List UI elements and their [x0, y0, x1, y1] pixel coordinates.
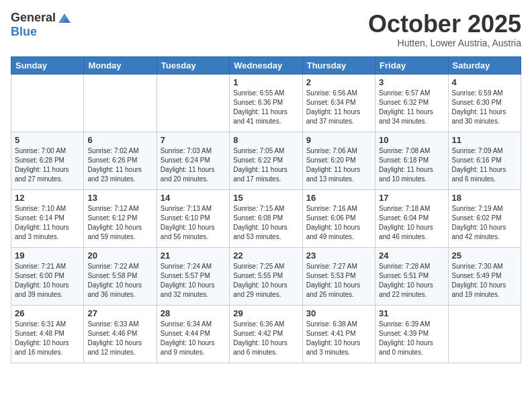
day-info: Sunrise: 7:18 AM Sunset: 6:04 PM Dayligh…: [379, 204, 444, 242]
calendar-cell: 5Sunrise: 7:00 AM Sunset: 6:28 PM Daylig…: [11, 132, 84, 189]
day-number: 12: [15, 193, 80, 203]
logo-general-text: General: [11, 11, 56, 25]
day-number: 18: [452, 193, 517, 203]
page-header: General Blue October 2025 Hutten, Lower …: [11, 11, 521, 48]
day-number: 8: [233, 135, 298, 145]
day-info: Sunrise: 7:09 AM Sunset: 6:16 PM Dayligh…: [452, 146, 517, 184]
calendar-cell: 4Sunrise: 6:59 AM Sunset: 6:30 PM Daylig…: [448, 74, 521, 132]
day-info: Sunrise: 7:10 AM Sunset: 6:14 PM Dayligh…: [15, 204, 80, 242]
day-info: Sunrise: 6:38 AM Sunset: 4:41 PM Dayligh…: [306, 320, 371, 357]
calendar-cell: 22Sunrise: 7:25 AM Sunset: 5:55 PM Dayli…: [230, 247, 302, 305]
day-number: 11: [452, 135, 517, 145]
day-number: 22: [233, 250, 298, 261]
day-number: 17: [379, 193, 444, 203]
calendar-cell: 7Sunrise: 7:03 AM Sunset: 6:24 PM Daylig…: [157, 132, 229, 189]
col-header-monday: Monday: [84, 56, 157, 74]
calendar-cell: 6Sunrise: 7:02 AM Sunset: 6:26 PM Daylig…: [84, 132, 157, 189]
day-number: 13: [87, 193, 152, 203]
calendar-cell: 9Sunrise: 7:06 AM Sunset: 6:20 PM Daylig…: [302, 132, 375, 189]
calendar-cell: 24Sunrise: 7:28 AM Sunset: 5:51 PM Dayli…: [375, 247, 448, 305]
day-number: 16: [306, 193, 371, 203]
day-info: Sunrise: 7:22 AM Sunset: 5:58 PM Dayligh…: [87, 262, 152, 300]
day-number: 25: [452, 250, 517, 261]
calendar-week-row: 1Sunrise: 6:55 AM Sunset: 6:36 PM Daylig…: [11, 74, 521, 132]
logo-blue-text: Blue: [11, 26, 72, 39]
calendar-cell: [448, 305, 521, 363]
col-header-saturday: Saturday: [448, 56, 521, 74]
day-info: Sunrise: 7:03 AM Sunset: 6:24 PM Dayligh…: [161, 146, 226, 184]
calendar-cell: 21Sunrise: 7:24 AM Sunset: 5:57 PM Dayli…: [157, 247, 229, 305]
day-number: 7: [161, 135, 226, 145]
day-info: Sunrise: 6:59 AM Sunset: 6:30 PM Dayligh…: [452, 89, 517, 126]
calendar-cell: 14Sunrise: 7:13 AM Sunset: 6:10 PM Dayli…: [157, 189, 229, 247]
day-info: Sunrise: 7:28 AM Sunset: 5:51 PM Dayligh…: [379, 262, 444, 300]
calendar-week-row: 5Sunrise: 7:00 AM Sunset: 6:28 PM Daylig…: [11, 132, 521, 189]
day-info: Sunrise: 7:30 AM Sunset: 5:49 PM Dayligh…: [452, 262, 517, 300]
day-number: 10: [379, 135, 444, 145]
day-number: 15: [233, 193, 298, 203]
calendar-cell: 23Sunrise: 7:27 AM Sunset: 5:53 PM Dayli…: [302, 247, 375, 305]
day-info: Sunrise: 7:24 AM Sunset: 5:57 PM Dayligh…: [161, 262, 226, 300]
day-info: Sunrise: 6:56 AM Sunset: 6:34 PM Dayligh…: [306, 89, 371, 126]
day-number: 27: [87, 308, 152, 318]
day-info: Sunrise: 7:27 AM Sunset: 5:53 PM Dayligh…: [306, 262, 371, 300]
day-info: Sunrise: 7:15 AM Sunset: 6:08 PM Dayligh…: [233, 204, 298, 242]
col-header-friday: Friday: [375, 56, 448, 74]
calendar-cell: 12Sunrise: 7:10 AM Sunset: 6:14 PM Dayli…: [11, 189, 84, 247]
day-info: Sunrise: 6:57 AM Sunset: 6:32 PM Dayligh…: [379, 89, 444, 126]
calendar-cell: 27Sunrise: 6:33 AM Sunset: 4:46 PM Dayli…: [84, 305, 157, 363]
calendar-cell: [84, 74, 157, 132]
day-number: 28: [161, 308, 226, 318]
calendar-cell: 10Sunrise: 7:08 AM Sunset: 6:18 PM Dayli…: [375, 132, 448, 189]
calendar-week-row: 26Sunrise: 6:31 AM Sunset: 4:48 PM Dayli…: [11, 305, 521, 363]
day-info: Sunrise: 7:19 AM Sunset: 6:02 PM Dayligh…: [452, 204, 517, 242]
calendar-cell: 17Sunrise: 7:18 AM Sunset: 6:04 PM Dayli…: [375, 189, 448, 247]
calendar-cell: 31Sunrise: 6:39 AM Sunset: 4:39 PM Dayli…: [375, 305, 448, 363]
day-number: 6: [87, 135, 152, 145]
title-block: October 2025 Hutten, Lower Austria, Aust…: [368, 11, 521, 48]
calendar-cell: 16Sunrise: 7:16 AM Sunset: 6:06 PM Dayli…: [302, 189, 375, 247]
day-number: 26: [15, 308, 80, 318]
col-header-sunday: Sunday: [11, 56, 84, 74]
day-info: Sunrise: 7:00 AM Sunset: 6:28 PM Dayligh…: [15, 146, 80, 184]
day-info: Sunrise: 6:34 AM Sunset: 4:44 PM Dayligh…: [161, 320, 226, 357]
col-header-tuesday: Tuesday: [157, 56, 229, 74]
col-header-thursday: Thursday: [302, 56, 375, 74]
day-number: 21: [161, 250, 226, 261]
day-info: Sunrise: 7:02 AM Sunset: 6:26 PM Dayligh…: [87, 146, 152, 184]
day-number: 24: [379, 250, 444, 261]
day-number: 9: [306, 135, 371, 145]
day-number: 20: [87, 250, 152, 261]
day-number: 31: [379, 308, 444, 318]
calendar-cell: 15Sunrise: 7:15 AM Sunset: 6:08 PM Dayli…: [230, 189, 302, 247]
calendar-cell: 8Sunrise: 7:05 AM Sunset: 6:22 PM Daylig…: [230, 132, 302, 189]
calendar-header-row: SundayMondayTuesdayWednesdayThursdayFrid…: [11, 56, 521, 74]
calendar-week-row: 19Sunrise: 7:21 AM Sunset: 6:00 PM Dayli…: [11, 247, 521, 305]
day-info: Sunrise: 7:13 AM Sunset: 6:10 PM Dayligh…: [161, 204, 226, 242]
day-info: Sunrise: 7:06 AM Sunset: 6:20 PM Dayligh…: [306, 146, 371, 184]
day-info: Sunrise: 7:12 AM Sunset: 6:12 PM Dayligh…: [87, 204, 152, 242]
col-header-wednesday: Wednesday: [230, 56, 302, 74]
day-info: Sunrise: 6:55 AM Sunset: 6:36 PM Dayligh…: [233, 89, 298, 126]
day-number: 1: [233, 77, 298, 87]
day-info: Sunrise: 7:05 AM Sunset: 6:22 PM Dayligh…: [233, 146, 298, 184]
day-number: 3: [379, 77, 444, 87]
calendar-week-row: 12Sunrise: 7:10 AM Sunset: 6:14 PM Dayli…: [11, 189, 521, 247]
calendar-cell: 11Sunrise: 7:09 AM Sunset: 6:16 PM Dayli…: [448, 132, 521, 189]
calendar-cell: 19Sunrise: 7:21 AM Sunset: 6:00 PM Dayli…: [11, 247, 84, 305]
calendar-cell: 29Sunrise: 6:36 AM Sunset: 4:42 PM Dayli…: [230, 305, 302, 363]
calendar-cell: 1Sunrise: 6:55 AM Sunset: 6:36 PM Daylig…: [230, 74, 302, 132]
day-info: Sunrise: 6:39 AM Sunset: 4:39 PM Dayligh…: [379, 320, 444, 357]
calendar-cell: 3Sunrise: 6:57 AM Sunset: 6:32 PM Daylig…: [375, 74, 448, 132]
day-info: Sunrise: 7:08 AM Sunset: 6:18 PM Dayligh…: [379, 146, 444, 184]
day-number: 23: [306, 250, 371, 261]
month-title: October 2025: [368, 11, 521, 38]
calendar-cell: 28Sunrise: 6:34 AM Sunset: 4:44 PM Dayli…: [157, 305, 229, 363]
day-number: 14: [161, 193, 226, 203]
day-number: 29: [233, 308, 298, 318]
day-info: Sunrise: 7:21 AM Sunset: 6:00 PM Dayligh…: [15, 262, 80, 300]
calendar-cell: 25Sunrise: 7:30 AM Sunset: 5:49 PM Dayli…: [448, 247, 521, 305]
logo: General Blue: [11, 11, 72, 39]
day-number: 4: [452, 77, 517, 87]
day-info: Sunrise: 7:16 AM Sunset: 6:06 PM Dayligh…: [306, 204, 371, 242]
